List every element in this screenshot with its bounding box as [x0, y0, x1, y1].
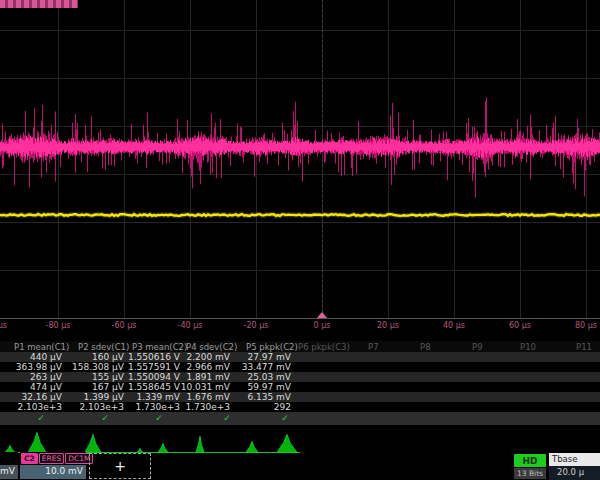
timebase-descriptor[interactable]: Tbase 20.0 µ	[549, 453, 600, 479]
c2-badges: C2 ERES DC1M	[20, 452, 86, 465]
hd-mode-badge[interactable]: HD	[514, 454, 546, 467]
channel-c1-descriptor[interactable]: DC1M 10.0 mV	[0, 452, 18, 479]
timebase-label: Tbase	[549, 453, 600, 466]
oscilloscope-screen: -100 µs-80 µs-60 µs-40 µs-20 µs0 µs20 µs…	[0, 0, 600, 480]
c1-badges: DC1M	[0, 452, 18, 465]
hd-bits-label: 13 Bits	[514, 468, 546, 479]
timebase-value: 20.0 µ	[549, 466, 600, 480]
c1-volts-per-div: 10.0 mV	[0, 465, 18, 479]
c2-volts-per-div: 10.0 mV	[20, 465, 86, 479]
histogram-trace	[0, 0, 600, 480]
c2-channel-badge: C2	[21, 453, 38, 464]
c2-eres-badge: ERES	[39, 453, 64, 464]
add-trace-button[interactable]: +	[89, 453, 151, 479]
channel-c2-descriptor[interactable]: C2 ERES DC1M 10.0 mV	[20, 452, 86, 479]
